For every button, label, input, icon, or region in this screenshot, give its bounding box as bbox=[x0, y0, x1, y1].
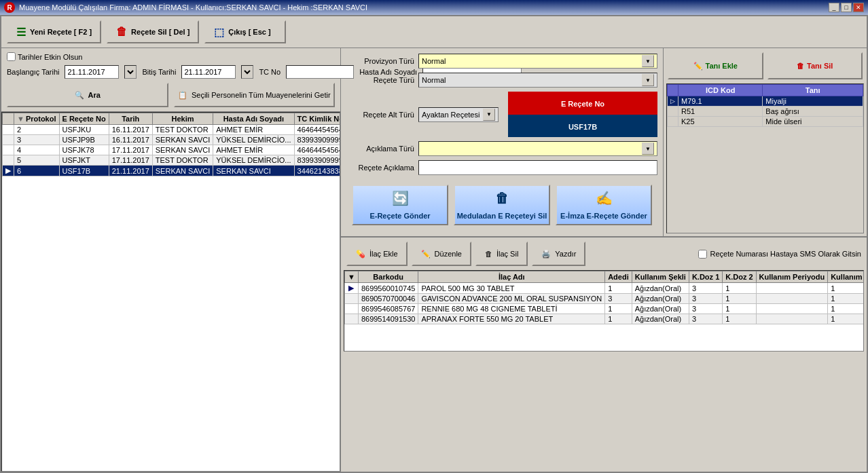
drug-row[interactable]: 8699546085767 RENNIE 680 MG 48 CIGNEME T… bbox=[345, 304, 865, 314]
close-btn[interactable]: ✕ bbox=[853, 3, 864, 12]
drug-kdoz1: 3 bbox=[689, 283, 722, 294]
icd-expand: ▷ bbox=[668, 96, 679, 107]
add-diagnosis-icon: ✏️ bbox=[693, 62, 703, 71]
drug-kdoz2: 1 bbox=[723, 314, 756, 324]
icd-buttons-area: ✏️ Tanı Ekle 🗑 Tanı Sil bbox=[664, 48, 867, 83]
print-button[interactable]: 🖨️ Yazdır bbox=[532, 242, 585, 266]
sms-checkbox-label[interactable]: Reçete Numarası Hastaya SMS Olarak Gitsi… bbox=[698, 250, 861, 259]
delete-recipe-button[interactable]: 🗑 Reçete Sil [ Del ] bbox=[107, 20, 199, 43]
drug-adet: 1 bbox=[605, 314, 632, 324]
icd-col-tani[interactable]: Tanı bbox=[763, 85, 863, 96]
col-tarih[interactable]: Tarih bbox=[109, 113, 152, 125]
drug-row[interactable]: ▶ 8699560010745 PAROL 500 MG 30 TABLET 1… bbox=[345, 283, 865, 294]
drug-row[interactable]: 8699514091530 APRANAX FORTE 550 MG 20 TA… bbox=[345, 314, 865, 324]
row-e-recete-no: USFJKT bbox=[59, 155, 109, 166]
row-tarih: 17.11.2017 bbox=[109, 155, 152, 166]
icd-expand bbox=[668, 107, 679, 117]
drug-kdoz1: 3 bbox=[689, 294, 722, 304]
send-e-recete-button[interactable]: 🔄 E-Reçete Gönder bbox=[352, 185, 448, 225]
drug-col-periyod[interactable]: Kullanım Periyodu bbox=[756, 271, 828, 283]
send-e-recete-icon: 🔄 bbox=[392, 190, 409, 206]
drug-periyod bbox=[756, 314, 828, 324]
add-drug-button[interactable]: 💊 İlaç Ekle bbox=[346, 242, 408, 266]
drug-adet: 1 bbox=[605, 304, 632, 314]
drug-kullanim-p: 1 bbox=[828, 283, 864, 294]
edit-drug-button[interactable]: ✏️ Düzenle bbox=[412, 242, 471, 266]
exit-button[interactable]: ⬚ Çıkış [ Esc ] bbox=[204, 20, 286, 43]
sms-checkbox[interactable] bbox=[698, 250, 707, 259]
col-hekim[interactable]: Hekim bbox=[152, 113, 213, 125]
icd-expand-col bbox=[668, 85, 679, 96]
delete-from-medula-button[interactable]: 🗑 Meduladan E Reçeteyi Sil bbox=[454, 185, 550, 225]
row-protokol: 4 bbox=[14, 145, 60, 155]
table-row[interactable]: 5 USFJKT 17.11.2017 TEST DOKTOR YÜKSEL D… bbox=[3, 155, 341, 166]
icd-col-kod[interactable]: ICD Kod bbox=[679, 85, 763, 96]
dates-active-checkbox[interactable] bbox=[7, 52, 16, 61]
delete-drug-button[interactable]: 🗑 İlaç Sil bbox=[475, 242, 528, 266]
icd-row[interactable]: K25 Mide ülseri bbox=[668, 117, 863, 127]
aciklama-turu-combo[interactable]: ▼ bbox=[418, 141, 657, 156]
recete-alt-turu-combo[interactable]: Ayaktan Reçetesi ▼ bbox=[418, 107, 499, 122]
drug-kdoz2: 1 bbox=[723, 283, 756, 294]
delete-diagnosis-button[interactable]: 🗑 Tanı Sil bbox=[767, 52, 863, 79]
add-drug-icon: 💊 bbox=[356, 250, 365, 259]
recete-turu-combo[interactable]: Normal ▼ bbox=[418, 73, 657, 88]
new-recipe-button[interactable]: ☰ Yeni Reçete [ F2 ] bbox=[7, 20, 101, 43]
drug-kullanim: Ağızdan(Oral) bbox=[632, 294, 689, 304]
recete-turu-arrow[interactable]: ▼ bbox=[642, 74, 654, 86]
drug-col-kdoz2[interactable]: K.Doz 2 bbox=[723, 271, 756, 283]
recete-alt-turu-arrow[interactable]: ▼ bbox=[483, 109, 495, 121]
all-exams-button[interactable]: 📋 Seçili Personelin Tüm Muayenelerini Ge… bbox=[174, 83, 336, 107]
row-tc: 83993909999 bbox=[294, 155, 340, 166]
table-row[interactable]: ▶ 6 USF17B 21.11.2017 SERKAN SAVCI SERKA… bbox=[3, 166, 341, 176]
right-panel: Provizyon Türü Normal ▼ Reçete Türü Norm… bbox=[341, 48, 867, 472]
drug-arrow bbox=[345, 314, 359, 324]
drug-col-kullanim-p[interactable]: Kullanım P... bbox=[828, 271, 864, 283]
recete-aciklama-input[interactable] bbox=[418, 160, 657, 175]
row-arrow bbox=[3, 135, 14, 145]
drug-kullanim-p: 1 bbox=[828, 314, 864, 324]
provizyon-arrow[interactable]: ▼ bbox=[642, 55, 654, 67]
col-tc[interactable]: TC Kimlik No bbox=[294, 113, 340, 125]
drug-col-barkod[interactable]: Barkodu bbox=[358, 271, 418, 283]
drug-col-kullanim[interactable]: Kullanım Şekli bbox=[632, 271, 689, 283]
start-date-picker[interactable] bbox=[124, 65, 137, 79]
table-row[interactable]: 3 USFJP9B 16.11.2017 SERKAN SAVCI YÜKSEL… bbox=[3, 135, 341, 145]
drug-col-adet[interactable]: Adedi bbox=[605, 271, 632, 283]
table-row[interactable]: 4 USFJK78 17.11.2017 SERKAN SAVCI AHMET … bbox=[3, 145, 341, 155]
minimize-btn[interactable]: _ bbox=[829, 3, 839, 12]
drug-arrow: ▶ bbox=[345, 283, 359, 294]
row-e-recete-no: USFJP9B bbox=[59, 135, 109, 145]
drug-kdoz1: 3 bbox=[689, 314, 722, 324]
provizyon-combo[interactable]: Normal ▼ bbox=[418, 54, 657, 69]
col-hasta[interactable]: Hasta Adı Soyadı bbox=[213, 113, 294, 125]
row-arrow bbox=[3, 125, 14, 135]
col-protokol[interactable]: ▼Protokol bbox=[14, 113, 60, 125]
drug-barkod: 8690570700046 bbox=[358, 294, 418, 304]
add-diagnosis-button[interactable]: ✏️ Tanı Ekle bbox=[668, 52, 763, 79]
aciklama-turu-arrow[interactable]: ▼ bbox=[642, 143, 654, 155]
col-e-recete-no[interactable]: E Reçete No bbox=[59, 113, 109, 125]
dates-active-checkbox-label[interactable]: Tarihler Etkin Olsun bbox=[7, 52, 82, 61]
table-row[interactable]: 2 USFJKU 16.11.2017 TEST DOKTOR AHMET EM… bbox=[3, 125, 341, 135]
row-tarih: 16.11.2017 bbox=[109, 125, 152, 135]
maximize-btn[interactable]: □ bbox=[841, 3, 852, 12]
drug-col-ilac[interactable]: İlaç Adı bbox=[418, 271, 605, 283]
start-date-input[interactable] bbox=[65, 65, 119, 79]
icd-tani: Mide ülseri bbox=[763, 117, 863, 127]
recete-aciklama-label: Reçete Açıklama bbox=[346, 164, 414, 172]
search-button[interactable]: 🔍 Ara bbox=[7, 83, 168, 107]
end-date-input[interactable] bbox=[181, 65, 236, 79]
e-recete-no-value: USF17B bbox=[508, 115, 657, 137]
icd-row[interactable]: ▷ M79.1 Miyalji bbox=[668, 96, 863, 107]
drug-col-kdoz1[interactable]: K.Doz 1 bbox=[689, 271, 722, 283]
drug-row[interactable]: 8690570700046 GAVISCON ADVANCE 200 ML OR… bbox=[345, 294, 865, 304]
title-bar: R Muayene Modülü Çalışılan Firma: ADMIN … bbox=[0, 0, 868, 15]
drug-kdoz1: 3 bbox=[689, 304, 722, 314]
row-e-recete-no: USFJKU bbox=[59, 125, 109, 135]
end-date-picker[interactable] bbox=[241, 65, 253, 79]
icd-row[interactable]: R51 Baş ağrısı bbox=[668, 107, 863, 117]
e-imza-icon: ✍ bbox=[596, 190, 613, 206]
records-table-container: ▼Protokol E Reçete No Tarih Hekim Hasta … bbox=[1, 112, 340, 472]
send-e-imza-button[interactable]: ✍ E-İmza E-Reçete Gönder bbox=[556, 185, 652, 225]
